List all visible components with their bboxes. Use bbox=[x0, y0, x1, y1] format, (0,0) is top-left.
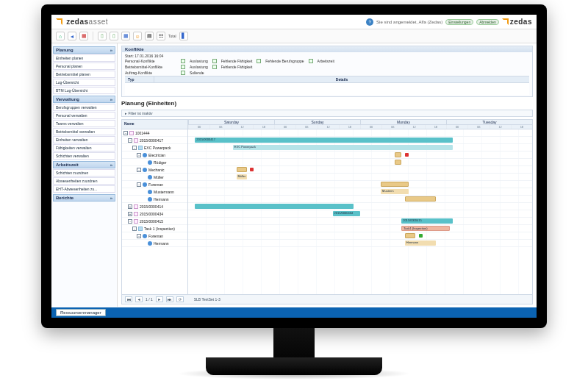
gantt-bar[interactable] bbox=[395, 160, 401, 165]
gantt-bar[interactable] bbox=[395, 152, 401, 157]
tree-row[interactable]: -Foreman bbox=[122, 181, 187, 188]
gantt-bar[interactable]: Hermann bbox=[405, 240, 436, 246]
sidebar-item[interactable]: EHT-Abwesenheiten zu... bbox=[53, 185, 115, 193]
tree-toggle-icon[interactable]: - bbox=[132, 146, 137, 150]
pager-prev[interactable]: ◄ bbox=[135, 296, 143, 302]
tree-row[interactable]: -Electrician bbox=[122, 152, 187, 159]
gantt-bar[interactable]: 2015/0000415 bbox=[401, 218, 453, 224]
gantt-bar[interactable]: 2015/0000417 bbox=[195, 138, 453, 143]
gantt-bar[interactable] bbox=[195, 204, 353, 209]
gantt-bar[interactable] bbox=[405, 196, 436, 202]
tree-row[interactable]: Mustermann bbox=[122, 188, 187, 196]
sidebar-item[interactable]: Betriebsmittel planen bbox=[53, 71, 115, 78]
tree-row[interactable]: -Mechanic bbox=[122, 166, 187, 174]
checkbox[interactable] bbox=[309, 59, 313, 63]
gantt-bar[interactable] bbox=[381, 182, 408, 187]
sidebar-item[interactable]: Abwesenheiten zuordnen bbox=[53, 177, 115, 185]
sidebar-item[interactable]: Personal verwalten bbox=[53, 112, 115, 119]
tool-icon[interactable]: ▤ bbox=[145, 32, 154, 40]
checkbox[interactable] bbox=[212, 65, 217, 69]
sidebar-section-header[interactable]: Arbeitszeit» bbox=[53, 161, 115, 168]
tree-row[interactable]: Müller bbox=[122, 174, 187, 181]
tree-toggle-icon[interactable]: + bbox=[128, 204, 132, 209]
doc-green-icon[interactable]: ▯ bbox=[110, 32, 118, 40]
gantt-bar[interactable]: Müller bbox=[237, 174, 247, 179]
sidebar-section-header[interactable]: Verwaltung» bbox=[53, 96, 115, 103]
tree-toggle-icon[interactable]: - bbox=[137, 153, 141, 157]
sidebar-item[interactable]: Schichten verwalten bbox=[53, 152, 115, 160]
pager-refresh[interactable]: ⟳ bbox=[176, 296, 184, 302]
sidebar-section-header[interactable]: Planung» bbox=[53, 46, 115, 54]
tree-row[interactable]: -Foreman bbox=[122, 232, 187, 240]
bottombar-tab[interactable]: Ressourcenmanager bbox=[56, 309, 106, 316]
checkbox[interactable] bbox=[257, 59, 261, 63]
sidebar-item[interactable]: Teams verwalten bbox=[53, 120, 115, 127]
tree-row[interactable]: Rüdiger bbox=[122, 159, 187, 166]
sidebar-item[interactable]: Log-Übersicht bbox=[53, 79, 115, 86]
tree-toggle-icon[interactable]: - bbox=[137, 168, 141, 172]
filter-label[interactable]: ▸ Filter ist inaktiv bbox=[121, 110, 533, 117]
tree-toggle-icon[interactable]: - bbox=[128, 138, 132, 143]
gantt-chart[interactable]: 2015/0000417EXC PowerpackMüllerMusterm20… bbox=[188, 129, 532, 294]
tree-row[interactable]: -Task 1 (Inspection) bbox=[122, 225, 187, 232]
schedule-icon[interactable]: ☷ bbox=[157, 32, 165, 40]
pager-next[interactable]: ► bbox=[156, 296, 163, 302]
gantt-bar[interactable]: 2015/0000434 bbox=[333, 211, 360, 216]
hour-tick: 18 bbox=[511, 125, 532, 129]
tree-row[interactable]: +2015/0000434 bbox=[122, 210, 187, 218]
person-icon bbox=[148, 241, 152, 246]
back-icon[interactable]: ◄ bbox=[68, 32, 76, 40]
hour-tick: 06 bbox=[381, 125, 403, 129]
people-icon[interactable]: ☺ bbox=[133, 32, 142, 40]
gantt-bar[interactable]: Task1 (Inspection) bbox=[401, 226, 450, 231]
tree-toggle-icon[interactable]: + bbox=[128, 212, 132, 216]
book-icon[interactable]: ▋ bbox=[179, 32, 188, 40]
tree-row[interactable]: -1001444 bbox=[122, 129, 187, 137]
gantt-bar[interactable] bbox=[405, 233, 415, 238]
gantt-bar[interactable]: Musterm bbox=[381, 189, 408, 194]
tree-header[interactable]: Name bbox=[122, 120, 188, 129]
sidebar-item[interactable]: Berufsgruppen verwalten bbox=[53, 104, 115, 111]
pager-last[interactable]: ⏭ bbox=[166, 296, 173, 302]
sidebar-section-header[interactable]: Berichte» bbox=[53, 194, 115, 202]
help-icon[interactable]: ? bbox=[366, 18, 373, 26]
gantt-lane bbox=[188, 225, 532, 232]
tree-row[interactable]: Hermann bbox=[122, 196, 187, 203]
settings-button[interactable]: Einstellungen bbox=[445, 19, 473, 25]
hour-tick: 00 bbox=[274, 125, 295, 129]
tree-row[interactable]: -EXC Powerpack bbox=[122, 144, 187, 152]
sidebar-item[interactable]: Schichten zuordnen bbox=[53, 169, 115, 177]
logout-button[interactable]: Abmelden bbox=[476, 19, 499, 25]
tree-toggle-icon[interactable]: - bbox=[128, 219, 132, 224]
tree-row[interactable]: Hermann bbox=[122, 240, 187, 247]
checkbox[interactable] bbox=[181, 71, 185, 75]
col-typ: Typ bbox=[125, 76, 154, 82]
sidebar-item[interactable]: BTM Log-Übersicht bbox=[53, 87, 115, 94]
pager-first[interactable]: ⏮ bbox=[125, 296, 132, 302]
sidebar-item[interactable]: Personal planen bbox=[53, 63, 115, 70]
calendar-icon[interactable]: ▦ bbox=[79, 32, 88, 40]
home-icon[interactable]: ⌂ bbox=[56, 32, 65, 40]
checkbox[interactable] bbox=[212, 59, 217, 63]
sidebar-item[interactable]: Fähigkeiten verwalten bbox=[53, 144, 115, 152]
checkbox[interactable] bbox=[181, 59, 185, 63]
tree-row[interactable]: -2015/0000417 bbox=[122, 137, 187, 144]
tree-row[interactable]: +2015/0000414 bbox=[122, 203, 187, 210]
sidebar-item[interactable]: Einheiten planen bbox=[53, 54, 115, 62]
gantt-bar[interactable] bbox=[237, 167, 247, 172]
gantt-bar[interactable]: EXC Powerpack bbox=[233, 145, 453, 150]
sidebar-item[interactable]: Einheiten verwalten bbox=[53, 136, 115, 143]
sidebar-item[interactable]: Betriebsmittel verwalten bbox=[53, 128, 115, 135]
tree-toggle-icon[interactable]: - bbox=[123, 131, 128, 135]
doc-new-icon[interactable]: ▯ bbox=[98, 32, 107, 40]
task-icon bbox=[138, 227, 143, 231]
planning-title: Planung (Einheiten) bbox=[121, 99, 533, 107]
tree-toggle-icon[interactable]: - bbox=[132, 227, 137, 231]
checkbox[interactable] bbox=[181, 65, 185, 69]
tree-row[interactable]: -2015/0000415 bbox=[122, 218, 187, 225]
conflict-row: Auftrag-KonflikteSollende bbox=[125, 70, 529, 76]
tree-toggle-icon[interactable]: - bbox=[137, 182, 141, 187]
tree-toggle-icon[interactable]: - bbox=[137, 234, 141, 238]
person-icon bbox=[143, 234, 147, 238]
resource-icon[interactable]: ▦ bbox=[121, 32, 130, 40]
